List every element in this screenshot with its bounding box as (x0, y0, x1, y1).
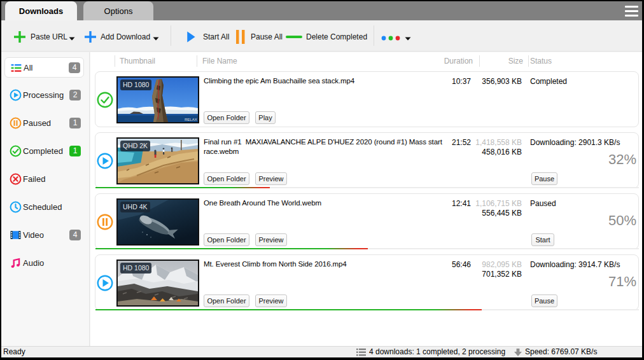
svg-text:RELAX: RELAX (185, 118, 197, 121)
